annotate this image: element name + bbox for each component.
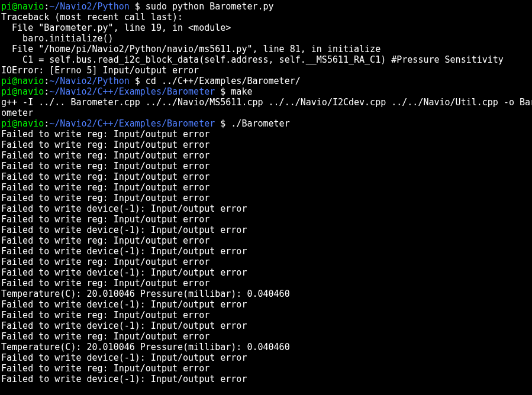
terminal-segment: pi@navio <box>1 76 44 86</box>
terminal-segment: ~/Navio2/C++/Examples/Barometer <box>49 86 215 97</box>
terminal-line: Failed to write reg: Input/output error <box>1 331 531 342</box>
terminal-segment: pi@navio <box>1 118 44 129</box>
terminal-segment: Failed to write device(-1): Input/output… <box>1 352 247 363</box>
terminal-segment: Failed to write reg: Input/output error <box>1 278 209 289</box>
terminal-line: Failed to write reg: Input/output error <box>1 363 531 374</box>
terminal-line: Failed to write device(-1): Input/output… <box>1 374 531 384</box>
terminal-line: Failed to write reg: Input/output error <box>1 310 531 320</box>
terminal-segment: Failed to write reg: Input/output error <box>1 331 209 342</box>
terminal-line: Failed to write device(-1): Input/output… <box>1 203 531 214</box>
terminal-segment: Traceback (most recent call last): <box>1 12 183 22</box>
terminal-segment: $ sudo python Barometer.py <box>130 1 274 12</box>
terminal-line: Failed to write reg: Input/output error <box>1 171 531 182</box>
terminal-segment: Failed to write reg: Input/output error <box>1 140 209 150</box>
terminal-line: Failed to write device(-1): Input/output… <box>1 352 531 363</box>
terminal-segment: ometer <box>1 108 33 118</box>
terminal-line: g++ -I ../.. Barometer.cpp ../../Navio/M… <box>1 97 531 108</box>
terminal-segment: g++ -I ../.. Barometer.cpp ../../Navio/M… <box>1 97 532 108</box>
terminal-segment: Failed to write reg: Input/output error <box>1 363 209 374</box>
terminal-segment: : <box>44 1 49 12</box>
terminal-segment: $ make <box>215 86 252 97</box>
terminal-line: File "Barometer.py", line 19, in <module… <box>1 22 531 33</box>
terminal-segment: $ ./Barometer <box>215 118 289 129</box>
terminal-segment: Failed to write reg: Input/output error <box>1 235 209 246</box>
terminal-line: Temperature(C): 20.010046 Pressure(milli… <box>1 342 531 352</box>
terminal-line: Failed to write reg: Input/output error <box>1 257 531 267</box>
terminal-line: Failed to write device(-1): Input/output… <box>1 320 531 331</box>
terminal-line: Failed to write device(-1): Input/output… <box>1 299 531 310</box>
terminal-line: IOError: [Errno 5] Input/output error <box>1 65 531 76</box>
terminal-line: Failed to write device(-1): Input/output… <box>1 246 531 257</box>
terminal-segment: Failed to write reg: Input/output error <box>1 182 209 193</box>
terminal-line: Failed to write reg: Input/output error <box>1 161 531 171</box>
terminal-segment: Failed to write device(-1): Input/output… <box>1 203 247 214</box>
terminal-line: Temperature(C): 20.010046 Pressure(milli… <box>1 289 531 299</box>
terminal-segment: Failed to write reg: Input/output error <box>1 171 209 182</box>
terminal-line: Failed to write reg: Input/output error <box>1 235 531 246</box>
terminal-segment: Failed to write device(-1): Input/output… <box>1 267 247 278</box>
terminal-segment: Temperature(C): 20.010046 Pressure(milli… <box>1 289 290 299</box>
terminal-line: Failed to write reg: Input/output error <box>1 140 531 150</box>
terminal-line: ometer <box>1 108 531 118</box>
terminal-segment: Failed to write device(-1): Input/output… <box>1 246 247 257</box>
terminal-line: Failed to write reg: Input/output error <box>1 278 531 289</box>
terminal-line: Failed to write reg: Input/output error <box>1 214 531 225</box>
terminal-segment: Temperature(C): 20.010046 Pressure(milli… <box>1 342 290 352</box>
terminal-line: C1 = self.bus.read_i2c_block_data(self.a… <box>1 54 531 65</box>
terminal-line: pi@navio:~/Navio2/Python $ cd ../C++/Exa… <box>1 76 531 86</box>
terminal-segment: Failed to write reg: Input/output error <box>1 150 209 161</box>
terminal-segment: : <box>44 86 49 97</box>
terminal-segment: File "Barometer.py", line 19, in <module… <box>1 22 231 33</box>
terminal-segment: $ cd ../C++/Examples/Barometer/ <box>130 76 301 86</box>
terminal-line: Traceback (most recent call last): <box>1 12 531 22</box>
terminal-segment: ~/Navio2/Python <box>49 76 129 86</box>
terminal-line: Failed to write device(-1): Input/output… <box>1 267 531 278</box>
terminal-segment: Failed to write device(-1): Input/output… <box>1 225 247 235</box>
terminal-segment: baro.initialize() <box>1 33 114 44</box>
terminal-segment: Failed to write device(-1): Input/output… <box>1 374 247 384</box>
terminal-line: Failed to write reg: Input/output error <box>1 150 531 161</box>
terminal-segment: Failed to write reg: Input/output error <box>1 257 209 267</box>
terminal-segment: Failed to write reg: Input/output error <box>1 129 209 140</box>
terminal-line: baro.initialize() <box>1 33 531 44</box>
terminal-segment: Failed to write reg: Input/output error <box>1 193 209 203</box>
terminal-line: pi@navio:~/Navio2/Python $ sudo python B… <box>1 1 531 12</box>
terminal-segment: pi@navio <box>1 86 44 97</box>
terminal-segment: : <box>44 76 49 86</box>
terminal-segment: ~/Navio2/Python <box>49 1 129 12</box>
terminal-line: File "/home/pi/Navio2/Python/navio/ms561… <box>1 44 531 54</box>
terminal-segment: C1 = self.bus.read_i2c_block_data(self.a… <box>1 54 504 65</box>
terminal-line: pi@navio:~/Navio2/C++/Examples/Barometer… <box>1 118 531 129</box>
terminal-segment: Failed to write reg: Input/output error <box>1 161 209 171</box>
terminal-segment: ~/Navio2/C++/Examples/Barometer <box>49 118 215 129</box>
terminal-line: Failed to write reg: Input/output error <box>1 182 531 193</box>
terminal-line: Failed to write reg: Input/output error <box>1 129 531 140</box>
terminal-segment: Failed to write reg: Input/output error <box>1 214 209 225</box>
terminal-line: Failed to write device(-1): Input/output… <box>1 225 531 235</box>
terminal-line: Failed to write reg: Input/output error <box>1 193 531 203</box>
terminal-segment: Failed to write device(-1): Input/output… <box>1 320 247 331</box>
terminal-segment: Failed to write device(-1): Input/output… <box>1 299 247 310</box>
terminal-segment: pi@navio <box>1 1 44 12</box>
terminal-segment: Failed to write reg: Input/output error <box>1 310 209 320</box>
terminal-segment: File "/home/pi/Navio2/Python/navio/ms561… <box>1 44 381 54</box>
terminal-segment: : <box>44 118 49 129</box>
terminal-segment: IOError: [Errno 5] Input/output error <box>1 65 199 76</box>
terminal-line: pi@navio:~/Navio2/C++/Examples/Barometer… <box>1 86 531 97</box>
terminal[interactable]: pi@navio:~/Navio2/Python $ sudo python B… <box>0 0 532 386</box>
